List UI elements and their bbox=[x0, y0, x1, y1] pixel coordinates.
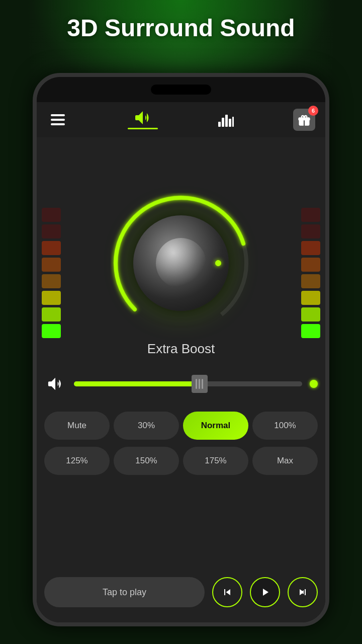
volume-knob[interactable] bbox=[111, 193, 251, 334]
knob-highlight bbox=[156, 238, 206, 288]
svg-rect-5 bbox=[225, 115, 228, 127]
meter-bar-left-3 bbox=[42, 258, 61, 272]
app-title: 3D Surround Sound bbox=[0, 14, 362, 42]
playback-area: Tap to play bbox=[44, 577, 318, 607]
preset-btn-150pct[interactable]: 150% bbox=[114, 447, 179, 475]
meter-bar-left-4 bbox=[42, 274, 61, 288]
thumb-line-3 bbox=[202, 379, 203, 389]
meter-bar-left-7 bbox=[42, 324, 61, 338]
meter-bar-right-4 bbox=[301, 274, 320, 288]
meter-right bbox=[301, 208, 320, 338]
thumb-line-2 bbox=[199, 379, 200, 389]
tap-to-play-button[interactable]: Tap to play bbox=[44, 577, 205, 607]
prev-button[interactable] bbox=[212, 577, 242, 607]
volume-slider-track[interactable] bbox=[74, 381, 302, 386]
slider-volume-icon bbox=[44, 373, 66, 395]
preset-btn-max[interactable]: Max bbox=[252, 447, 318, 475]
preset-btn-100pct[interactable]: 100% bbox=[252, 412, 318, 440]
svg-rect-3 bbox=[218, 122, 221, 127]
presets-row-1: Mute30%Normal100% bbox=[44, 412, 318, 440]
svg-rect-0 bbox=[51, 114, 65, 116]
volume-slider-area bbox=[44, 369, 318, 399]
thumb-line-1 bbox=[196, 379, 197, 389]
preset-btn-30pct[interactable]: 30% bbox=[114, 412, 179, 440]
gift-button[interactable]: 6 bbox=[293, 109, 315, 131]
preset-btn-175pct[interactable]: 175% bbox=[183, 447, 248, 475]
notch-pill bbox=[151, 85, 211, 95]
svg-rect-1 bbox=[51, 119, 65, 121]
phone-content: Extra Boost Mute30%Normal100% 125%150%17 bbox=[37, 137, 325, 622]
preset-btn-normal[interactable]: Normal bbox=[183, 412, 248, 440]
meter-bar-left-2 bbox=[42, 241, 61, 255]
presets-row-2: 125%150%175%Max bbox=[44, 447, 318, 475]
svg-rect-2 bbox=[51, 123, 65, 125]
knob-body[interactable] bbox=[133, 215, 229, 311]
svg-rect-4 bbox=[222, 118, 224, 127]
meter-bar-left-6 bbox=[42, 307, 61, 321]
meter-bar-right-6 bbox=[301, 307, 320, 321]
preset-btn-mute[interactable]: Mute bbox=[44, 412, 110, 440]
nav-bar: 6 bbox=[37, 102, 325, 137]
boost-label: Extra Boost bbox=[37, 341, 325, 357]
phone-notch bbox=[37, 77, 325, 102]
meter-bar-right-5 bbox=[301, 291, 320, 305]
tab-volume[interactable] bbox=[128, 111, 158, 129]
svg-rect-7 bbox=[232, 117, 234, 127]
meter-bar-right-1 bbox=[301, 224, 320, 238]
phone-frame: 6 bbox=[33, 73, 329, 626]
meter-bar-left-0 bbox=[42, 208, 61, 222]
tab-active-indicator bbox=[128, 128, 158, 129]
preset-btn-125pct[interactable]: 125% bbox=[44, 447, 110, 475]
meter-bar-right-2 bbox=[301, 241, 320, 255]
meter-bar-right-0 bbox=[301, 208, 320, 222]
menu-button[interactable] bbox=[47, 109, 69, 131]
slider-thumb[interactable] bbox=[192, 375, 208, 393]
slider-fill bbox=[74, 381, 200, 386]
meter-bar-left-1 bbox=[42, 224, 61, 238]
meter-left bbox=[42, 208, 61, 338]
meter-bar-right-7 bbox=[301, 324, 320, 338]
next-button[interactable] bbox=[288, 577, 318, 607]
tab-equalizer[interactable] bbox=[217, 113, 234, 127]
meter-bar-left-5 bbox=[42, 291, 61, 305]
gift-badge: 6 bbox=[308, 106, 318, 116]
meter-bar-right-3 bbox=[301, 258, 320, 272]
play-button[interactable] bbox=[250, 577, 280, 607]
knob-indicator bbox=[214, 259, 223, 268]
svg-rect-6 bbox=[229, 119, 231, 127]
slider-end-dot bbox=[310, 380, 318, 388]
